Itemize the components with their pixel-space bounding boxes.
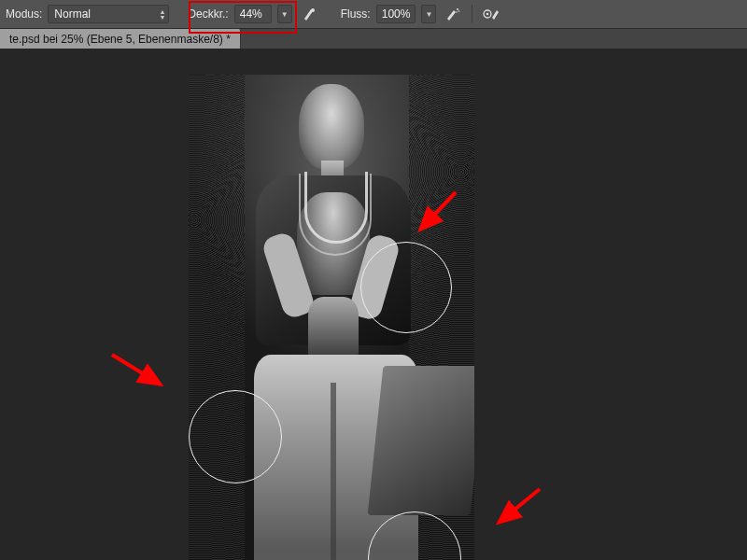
canvas-area[interactable] (0, 49, 747, 560)
svg-point-3 (457, 11, 458, 13)
opacity-value: 44% (240, 7, 262, 21)
document-tab-bar: te.psd bei 25% (Ebene 5, Ebenenmaske/8) … (0, 29, 747, 49)
opacity-label: Deckkr.: (188, 7, 228, 21)
updown-icon: ▲▼ (159, 9, 165, 20)
svg-line-7 (112, 355, 161, 385)
brush-cursor (189, 390, 282, 483)
mode-value: Normal (54, 7, 91, 21)
svg-point-0 (311, 8, 315, 12)
mode-label: Modus: (6, 7, 42, 21)
options-bar: Modus: Normal ▲▼ Deckkr.: 44% ▼ Fluss: 1… (0, 0, 747, 29)
chevron-down-icon: ▼ (281, 10, 289, 19)
svg-point-5 (486, 13, 489, 16)
pen-pressure-icon (302, 7, 317, 21)
opacity-input[interactable]: 44% (234, 5, 272, 23)
annotation-arrow-icon (105, 345, 179, 401)
pressure-size-icon[interactable] (480, 3, 502, 25)
airbrush-icon[interactable] (442, 3, 464, 25)
document-tab[interactable]: te.psd bei 25% (Ebene 5, Ebenenmaske/8) … (0, 29, 241, 49)
airbrush-svg-icon (445, 7, 460, 21)
toolbar-divider (472, 5, 472, 23)
flow-value: 100% (382, 7, 411, 21)
pressure-opacity-icon[interactable] (298, 3, 320, 25)
target-pen-icon (483, 7, 500, 21)
document-tab-title: te.psd bei 25% (Ebene 5, Ebenenmaske/8) … (9, 33, 231, 46)
flow-label: Fluss: (341, 7, 371, 21)
svg-point-2 (458, 10, 460, 12)
chevron-down-icon: ▼ (425, 10, 432, 19)
mode-select[interactable]: Normal ▲▼ (48, 5, 169, 23)
canvas-image (189, 75, 474, 560)
brush-cursor (360, 242, 452, 333)
opacity-dropdown[interactable]: ▼ (277, 5, 292, 23)
flow-dropdown[interactable]: ▼ (421, 5, 436, 23)
annotation-arrow-icon (486, 482, 551, 538)
svg-point-1 (457, 8, 458, 10)
flow-input[interactable]: 100% (376, 5, 416, 23)
svg-line-8 (499, 489, 540, 523)
